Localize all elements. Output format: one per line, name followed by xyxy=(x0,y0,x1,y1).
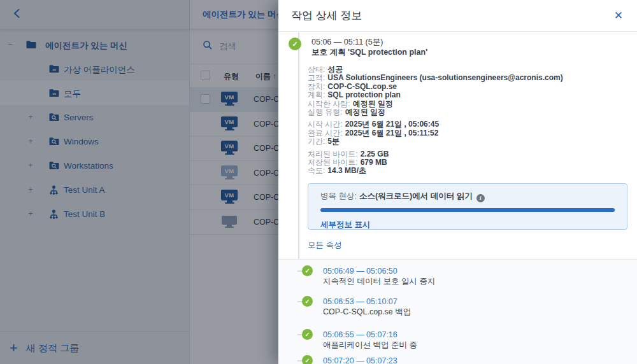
info-icon[interactable]: i xyxy=(476,194,485,202)
property-row: 계획:SQL protection plan xyxy=(308,91,563,99)
success-check-icon: ✓ xyxy=(302,296,313,307)
panel-body: ✓ 05:06 — 05:11 (5분) 보호 계획 'SQL protecti… xyxy=(278,32,637,364)
property-row: 기간:5분 xyxy=(308,137,563,146)
subactivity-time-link[interactable]: 05:06:53 — 05:10:07 xyxy=(323,297,397,306)
success-check-icon: ✓ xyxy=(302,265,313,276)
success-check-icon: ✓ xyxy=(302,355,313,364)
close-icon[interactable]: ✕ xyxy=(613,9,624,22)
success-check-icon: ✓ xyxy=(302,329,313,340)
modal-scrim[interactable] xyxy=(0,0,278,364)
property-row: 실행 유형:예정된 일정 xyxy=(308,108,563,116)
panel-header: 작업 상세 정보 ✕ xyxy=(278,0,637,32)
property-row: 고객:USA SolutionsEngineers (usa-solutions… xyxy=(308,74,563,82)
activity-details-panel: 작업 상세 정보 ✕ ✓ 05:06 — 05:11 (5분) 보호 계획 'S… xyxy=(278,0,637,364)
property-row: 장치:COP-C-SQL.cop.se xyxy=(308,83,563,91)
acronis-console: − 에이전트가 있는 머신 ∞ 가상 어플라이언스 ∞ 모 xyxy=(0,0,637,364)
success-check-icon: ✓ xyxy=(289,38,301,50)
left-region: − 에이전트가 있는 머신 ∞ 가상 어플라이언스 ∞ 모 xyxy=(0,0,278,364)
panel-title: 작업 상세 정보 xyxy=(291,8,613,23)
property-row: 시작 시간:2025년 6월 21일 , 05:06:45 xyxy=(308,120,563,129)
activity-time-range: 05:06 — 05:11 (5분) xyxy=(311,37,383,48)
property-row: 속도:14.3 MB/초 xyxy=(308,167,563,175)
subactivity-time-link[interactable]: 05:06:49 — 05:06:50 xyxy=(323,267,397,276)
property-row: 완료 시간:2025년 6월 21일 , 05:11:52 xyxy=(308,129,563,137)
property-row: 상태:성공 xyxy=(308,66,563,74)
property-row: 처리된 바이트:2.25 GB xyxy=(308,150,563,158)
bottleneck-line: 병목 현상:소스(워크로드)에서 데이터 읽기i xyxy=(320,191,627,202)
all-properties-link[interactable]: 모든 속성 xyxy=(308,240,341,251)
subactivity-time-link[interactable]: 05:07:20 — 05:07:23 xyxy=(323,356,397,364)
subactivity-label: 지속적인 데이터 보호 일시 중지 xyxy=(323,276,435,287)
subactivity-label: COP-C-SQL.cop.se 백업 xyxy=(323,307,411,318)
subactivity-time-link[interactable]: 05:06:55 — 05:07:16 xyxy=(323,330,397,339)
activity-name: 보호 계획 'SQL protection plan' xyxy=(311,47,427,58)
bottleneck-progress-bar xyxy=(320,208,615,212)
bottleneck-box: 병목 현상:소스(워크로드)에서 데이터 읽기i 세부정보 표시 xyxy=(308,183,627,230)
activity-properties: 상태:성공 고객:USA SolutionsEngineers (usa-sol… xyxy=(308,66,563,176)
subactivity-label: 애플리케이션 백업 준비 중 xyxy=(323,340,417,351)
property-row: 저장된 바이트:679 MB xyxy=(308,158,563,167)
property-row: 시작한 사람:예정된 일정 xyxy=(308,100,563,108)
show-details-link[interactable]: 세부정보 표시 xyxy=(320,220,370,230)
